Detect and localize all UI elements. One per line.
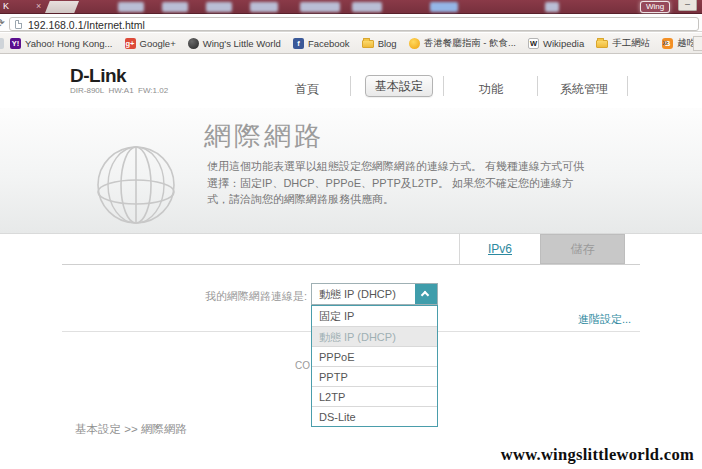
select-collapse-button[interactable] bbox=[415, 284, 437, 304]
blurred-tab bbox=[250, 2, 278, 12]
chevron-up-icon bbox=[421, 291, 429, 299]
page-favicon-icon bbox=[15, 20, 22, 29]
reload-icon[interactable]: ⟳ bbox=[0, 16, 5, 30]
wings-favicon-icon bbox=[188, 38, 199, 49]
nav-separator bbox=[537, 76, 538, 96]
bookmark-label: Google+ bbox=[140, 38, 176, 49]
screenshot-root: K × Wing – ⟳ 192.168.0.1/Internet.html Y… bbox=[0, 0, 702, 469]
watermark-text: www.wingslittleworld.com bbox=[501, 445, 694, 465]
url-bar[interactable]: 192.168.0.1/Internet.html bbox=[9, 17, 699, 31]
ipv6-cell: IPv6 bbox=[459, 234, 540, 264]
bookmark-label: Wikipedia bbox=[543, 38, 584, 49]
browser-profile-button[interactable]: Wing bbox=[640, 1, 670, 13]
blurred-tab bbox=[118, 2, 144, 12]
facebook-favicon-icon: f bbox=[293, 38, 304, 49]
option-static-ip[interactable]: 固定 IP bbox=[312, 306, 437, 326]
select-current-value: 動態 IP (DHCP) bbox=[319, 287, 396, 302]
nav-separator bbox=[627, 76, 628, 96]
bookmark-item-googleplus[interactable]: g+ Google+ bbox=[125, 38, 176, 49]
partial-bookmark-box bbox=[693, 36, 702, 51]
connection-type-dropdown: 固定 IP 動態 IP (DHCP) PPPoE PPTP L2TP DS-Li… bbox=[311, 305, 438, 427]
url-text: 192.168.0.1/Internet.html bbox=[28, 19, 145, 31]
bookmark-label: Facebook bbox=[308, 38, 350, 49]
page-description: 使用這個功能表選單以組態設定您網際網路的連線方式。 有幾種連線方式可供選擇：固定… bbox=[207, 158, 591, 208]
copyright-text-fragment: CO bbox=[295, 360, 310, 371]
dlink-logo: D-Link bbox=[70, 65, 126, 87]
bookmark-item-blog[interactable]: Blog bbox=[362, 38, 397, 49]
bookmark-label: Wing's Little World bbox=[203, 38, 281, 49]
googleplus-favicon-icon: g+ bbox=[125, 38, 136, 49]
hero-banner: 網際網路 使用這個功能表選單以組態設定您網際網路的連線方式。 有幾種連線方式可供… bbox=[0, 108, 702, 234]
nav-management[interactable]: 系統管理 bbox=[560, 81, 608, 98]
breadcrumb-divider bbox=[62, 264, 640, 265]
browser-tab-strip: K × Wing – bbox=[0, 0, 702, 14]
nav-separator bbox=[443, 76, 444, 96]
blurred-tab bbox=[206, 2, 232, 12]
connection-type-label: 我的網際網路連線是: bbox=[150, 289, 307, 304]
blurred-tab bbox=[300, 2, 340, 12]
active-tab-title[interactable]: K bbox=[3, 1, 9, 11]
folder-icon bbox=[362, 40, 374, 48]
nav-features[interactable]: 功能 bbox=[479, 81, 503, 98]
save-button[interactable]: 儲存 bbox=[540, 234, 625, 264]
router-page: D-Link DIR-890L HW:A1 FW:1.02 首頁 基本設定 功能… bbox=[0, 55, 702, 469]
nav-basic-settings-active[interactable]: 基本設定 bbox=[365, 75, 433, 97]
breadcrumb: 基本設定 >> 網際網路 bbox=[75, 422, 187, 437]
ipv6-link[interactable]: IPv6 bbox=[488, 242, 512, 256]
bookmarks-bar: Y! Yahoo! Hong Kong... g+ Google+ Wing's… bbox=[0, 33, 702, 54]
partial-bookmark-icon bbox=[0, 38, 4, 49]
device-model-info: DIR-890L HW:A1 FW:1.02 bbox=[70, 86, 168, 95]
window-minimize-button[interactable]: – bbox=[678, 0, 697, 11]
new-tab-button[interactable] bbox=[45, 1, 79, 13]
blurred-tab bbox=[162, 2, 188, 12]
bookmark-item-handmade-site[interactable]: 手工網站 bbox=[596, 37, 650, 50]
option-l2tp[interactable]: L2TP bbox=[312, 386, 437, 406]
bookmark-label: Yahoo! Hong Kong... bbox=[25, 38, 113, 49]
page-title: 網際網路 bbox=[204, 118, 324, 154]
nav-home[interactable]: 首頁 bbox=[295, 81, 319, 98]
advanced-settings-link[interactable]: 進階設定... bbox=[578, 312, 631, 327]
folder-icon bbox=[596, 40, 608, 48]
bookmark-item-wikipedia[interactable]: W Wikipedia bbox=[528, 38, 584, 49]
yahoo-favicon-icon: Y! bbox=[10, 38, 21, 49]
blurred-tab bbox=[352, 2, 382, 12]
bookmark-label: Blog bbox=[378, 38, 397, 49]
browser-url-row: ⟳ 192.168.0.1/Internet.html bbox=[0, 15, 702, 32]
option-pppoe[interactable]: PPPoE bbox=[312, 346, 437, 366]
bookmarks-overflow-chevron-icon[interactable]: » bbox=[662, 36, 668, 48]
tab-close-icon[interactable]: × bbox=[36, 1, 41, 11]
option-dynamic-ip-dhcp[interactable]: 動態 IP (DHCP) bbox=[312, 326, 437, 346]
option-pptp[interactable]: PPTP bbox=[312, 366, 437, 386]
bookmark-item-facebook[interactable]: f Facebook bbox=[293, 38, 350, 49]
blurred-tab bbox=[545, 2, 559, 12]
blurred-tab bbox=[430, 2, 458, 12]
bookmark-item-yahoo[interactable]: Y! Yahoo! Hong Kong... bbox=[10, 38, 113, 49]
nav-separator bbox=[350, 76, 351, 96]
bookmark-item-wings-little-world[interactable]: Wing's Little World bbox=[188, 38, 281, 49]
bookmark-label: 香港餐廳指南 - 飲食... bbox=[424, 37, 516, 50]
bookmark-label: 手工網站 bbox=[612, 37, 650, 50]
bookmark-item-restaurant-guide[interactable]: 香港餐廳指南 - 飲食... bbox=[409, 37, 516, 50]
openrice-favicon-icon bbox=[409, 38, 420, 49]
globe-icon bbox=[94, 143, 178, 227]
wikipedia-favicon-icon: W bbox=[528, 38, 539, 49]
option-ds-lite[interactable]: DS-Lite bbox=[312, 406, 437, 426]
connection-type-select[interactable]: 動態 IP (DHCP) bbox=[311, 283, 438, 305]
